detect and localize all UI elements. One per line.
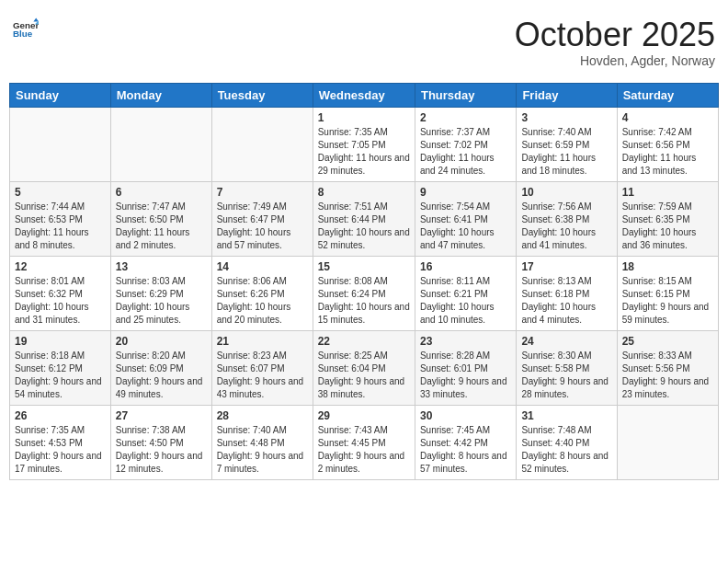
day-cell: 24Sunrise: 8:30 AMSunset: 5:58 PMDayligh… (517, 330, 617, 405)
day-cell: 28Sunrise: 7:40 AMSunset: 4:48 PMDayligh… (211, 405, 313, 479)
header-saturday: Saturday (617, 83, 718, 107)
day-info: Sunrise: 7:35 AMSunset: 7:05 PMDaylight:… (318, 126, 410, 178)
header-monday: Monday (110, 83, 211, 107)
day-info: Sunrise: 7:48 AMSunset: 4:40 PMDaylight:… (521, 424, 611, 476)
day-number: 20 (116, 335, 207, 348)
header-tuesday: Tuesday (211, 83, 313, 107)
day-cell: 7Sunrise: 7:49 AMSunset: 6:47 PMDaylight… (211, 181, 313, 256)
day-info: Sunrise: 7:38 AMSunset: 4:50 PMDaylight:… (116, 424, 207, 476)
day-info: Sunrise: 7:49 AMSunset: 6:47 PMDaylight:… (217, 201, 308, 252)
day-cell: 6Sunrise: 7:47 AMSunset: 6:50 PMDaylight… (110, 181, 211, 256)
day-cell: 20Sunrise: 8:20 AMSunset: 6:09 PMDayligh… (110, 330, 211, 405)
day-number: 26 (15, 409, 106, 422)
calendar-table: SundayMondayTuesdayWednesdayThursdayFrid… (9, 83, 719, 480)
day-info: Sunrise: 8:11 AMSunset: 6:21 PMDaylight:… (420, 275, 511, 327)
day-number: 2 (420, 111, 511, 124)
day-cell: 15Sunrise: 8:08 AMSunset: 6:24 PMDayligh… (313, 256, 415, 330)
week-row-5: 26Sunrise: 7:35 AMSunset: 4:53 PMDayligh… (10, 405, 719, 479)
week-row-2: 5Sunrise: 7:44 AMSunset: 6:53 PMDaylight… (10, 181, 719, 256)
day-cell: 21Sunrise: 8:23 AMSunset: 6:07 PMDayligh… (211, 330, 313, 405)
weekday-header-row: SundayMondayTuesdayWednesdayThursdayFrid… (10, 83, 719, 107)
day-info: Sunrise: 8:18 AMSunset: 6:12 PMDaylight:… (15, 350, 106, 401)
day-number: 29 (318, 409, 410, 422)
day-number: 24 (521, 335, 611, 348)
page-header: General Blue October 2025 Hovden, Agder,… (9, 9, 719, 75)
day-info: Sunrise: 8:28 AMSunset: 6:01 PMDaylight:… (420, 350, 511, 401)
day-cell: 3Sunrise: 7:40 AMSunset: 6:59 PMDaylight… (517, 107, 617, 181)
day-number: 27 (116, 409, 207, 422)
header-thursday: Thursday (415, 83, 516, 107)
week-row-4: 19Sunrise: 8:18 AMSunset: 6:12 PMDayligh… (10, 330, 719, 405)
week-row-3: 12Sunrise: 8:01 AMSunset: 6:32 PMDayligh… (10, 256, 719, 330)
day-cell: 29Sunrise: 7:43 AMSunset: 4:45 PMDayligh… (313, 405, 415, 479)
day-number: 13 (116, 260, 207, 273)
day-info: Sunrise: 7:59 AMSunset: 6:35 PMDaylight:… (622, 201, 713, 252)
day-number: 19 (15, 335, 106, 348)
day-cell: 30Sunrise: 7:45 AMSunset: 4:42 PMDayligh… (415, 405, 516, 479)
day-cell (617, 405, 718, 479)
day-number: 14 (217, 260, 308, 273)
day-info: Sunrise: 8:23 AMSunset: 6:07 PMDaylight:… (217, 350, 308, 401)
day-number: 17 (521, 260, 611, 273)
day-info: Sunrise: 7:45 AMSunset: 4:42 PMDaylight:… (420, 424, 511, 476)
logo-icon: General Blue (13, 17, 39, 42)
day-info: Sunrise: 7:43 AMSunset: 4:45 PMDaylight:… (318, 424, 410, 476)
day-number: 11 (622, 186, 713, 199)
day-cell: 1Sunrise: 7:35 AMSunset: 7:05 PMDaylight… (313, 107, 415, 181)
day-cell: 13Sunrise: 8:03 AMSunset: 6:29 PMDayligh… (110, 256, 211, 330)
day-number: 15 (318, 260, 410, 273)
day-cell: 31Sunrise: 7:48 AMSunset: 4:40 PMDayligh… (517, 405, 617, 479)
day-number: 21 (217, 335, 308, 348)
day-number: 18 (622, 260, 713, 273)
day-number: 3 (521, 111, 611, 124)
day-info: Sunrise: 7:47 AMSunset: 6:50 PMDaylight:… (116, 201, 207, 252)
day-number: 7 (217, 186, 308, 199)
day-cell: 4Sunrise: 7:42 AMSunset: 6:56 PMDaylight… (617, 107, 718, 181)
day-cell: 8Sunrise: 7:51 AMSunset: 6:44 PMDaylight… (313, 181, 415, 256)
day-number: 1 (318, 111, 410, 124)
day-number: 5 (15, 186, 106, 199)
day-number: 30 (420, 409, 511, 422)
day-info: Sunrise: 7:44 AMSunset: 6:53 PMDaylight:… (15, 201, 106, 252)
day-cell (211, 107, 313, 181)
day-cell: 19Sunrise: 8:18 AMSunset: 6:12 PMDayligh… (10, 330, 111, 405)
day-cell: 25Sunrise: 8:33 AMSunset: 5:56 PMDayligh… (617, 330, 718, 405)
day-info: Sunrise: 8:01 AMSunset: 6:32 PMDaylight:… (15, 275, 106, 327)
day-info: Sunrise: 7:42 AMSunset: 6:56 PMDaylight:… (622, 126, 713, 178)
day-cell: 9Sunrise: 7:54 AMSunset: 6:41 PMDaylight… (415, 181, 516, 256)
day-info: Sunrise: 7:37 AMSunset: 7:02 PMDaylight:… (420, 126, 511, 178)
day-cell: 22Sunrise: 8:25 AMSunset: 6:04 PMDayligh… (313, 330, 415, 405)
header-sunday: Sunday (10, 83, 111, 107)
svg-text:Blue: Blue (13, 29, 33, 39)
day-cell: 18Sunrise: 8:15 AMSunset: 6:15 PMDayligh… (617, 256, 718, 330)
day-number: 12 (15, 260, 106, 273)
day-info: Sunrise: 8:08 AMSunset: 6:24 PMDaylight:… (318, 275, 410, 327)
day-number: 22 (318, 335, 410, 348)
day-cell (10, 107, 111, 181)
day-cell (110, 107, 211, 181)
day-info: Sunrise: 8:25 AMSunset: 6:04 PMDaylight:… (318, 350, 410, 401)
day-cell: 12Sunrise: 8:01 AMSunset: 6:32 PMDayligh… (10, 256, 111, 330)
day-info: Sunrise: 7:51 AMSunset: 6:44 PMDaylight:… (318, 201, 410, 252)
month-title: October 2025 (515, 17, 715, 53)
week-row-1: 1Sunrise: 7:35 AMSunset: 7:05 PMDaylight… (10, 107, 719, 181)
day-cell: 16Sunrise: 8:11 AMSunset: 6:21 PMDayligh… (415, 256, 516, 330)
day-number: 23 (420, 335, 511, 348)
day-cell: 11Sunrise: 7:59 AMSunset: 6:35 PMDayligh… (617, 181, 718, 256)
day-number: 31 (521, 409, 611, 422)
day-cell: 14Sunrise: 8:06 AMSunset: 6:26 PMDayligh… (211, 256, 313, 330)
day-number: 25 (622, 335, 713, 348)
day-cell: 26Sunrise: 7:35 AMSunset: 4:53 PMDayligh… (10, 405, 111, 479)
title-section: October 2025 Hovden, Agder, Norway (515, 17, 715, 68)
day-info: Sunrise: 8:33 AMSunset: 5:56 PMDaylight:… (622, 350, 713, 401)
day-number: 28 (217, 409, 308, 422)
day-cell: 5Sunrise: 7:44 AMSunset: 6:53 PMDaylight… (10, 181, 111, 256)
day-cell: 23Sunrise: 8:28 AMSunset: 6:01 PMDayligh… (415, 330, 516, 405)
day-cell: 2Sunrise: 7:37 AMSunset: 7:02 PMDaylight… (415, 107, 516, 181)
day-info: Sunrise: 8:15 AMSunset: 6:15 PMDaylight:… (622, 275, 713, 327)
day-info: Sunrise: 8:03 AMSunset: 6:29 PMDaylight:… (116, 275, 207, 327)
location: Hovden, Agder, Norway (515, 53, 715, 68)
day-info: Sunrise: 7:56 AMSunset: 6:38 PMDaylight:… (521, 201, 611, 252)
day-number: 6 (116, 186, 207, 199)
day-info: Sunrise: 7:35 AMSunset: 4:53 PMDaylight:… (15, 424, 106, 476)
